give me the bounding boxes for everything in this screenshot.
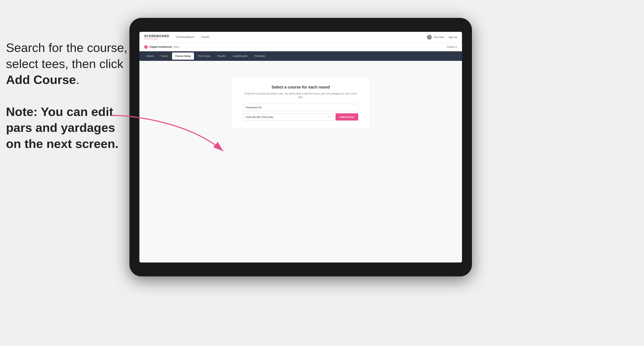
user-name: Test User [434, 36, 444, 39]
annotation-period: . [76, 73, 79, 86]
tournament-header: C Clippd Invitational (Men) Cancel ✕ [140, 42, 462, 51]
tournament-icon: C [144, 45, 148, 49]
logo-text: SCOREBOARD [144, 34, 169, 38]
tab-printables[interactable]: Printables [251, 52, 268, 60]
tab-course-setup[interactable]: Course Setup [172, 52, 194, 60]
tee-select-wrapper: Gold (M) (M) (7010 yds) ✕ ⌃ [243, 113, 334, 121]
cancel-icon: ✕ [455, 45, 457, 48]
nav-separator: | [446, 36, 446, 39]
nav-teams[interactable]: TEAMS [201, 36, 210, 39]
main-content: Select a course for each round Search fo… [140, 61, 462, 262]
annotation-area: Search for the course, select tees, then… [6, 40, 130, 152]
add-course-button[interactable]: Add Course [336, 113, 358, 121]
course-setup-card: Select a course for each round Search fo… [231, 77, 370, 129]
top-nav-left: SCOREBOARD Powered by clippd TOURNAMENTS… [144, 34, 210, 40]
annotation-add-course-strong: Add Course [6, 73, 76, 86]
tournament-sub: (Men) [174, 45, 180, 48]
cancel-label: Cancel [447, 45, 454, 48]
tablet-device: SCOREBOARD Powered by clippd TOURNAMENTS… [130, 18, 472, 276]
course-search-input[interactable] [243, 104, 358, 111]
annotation-note: Note: You can edit pars and yardages on … [6, 104, 130, 152]
nav-tournaments[interactable]: TOURNAMENTS [176, 36, 195, 39]
top-nav-right: T Test User | Sign out [427, 35, 457, 40]
tee-select-icons: ✕ ⌃ [328, 116, 332, 118]
sign-out-link[interactable]: Sign out [448, 36, 457, 39]
tab-details[interactable]: Details [144, 52, 157, 60]
tee-select-row: Gold (M) (M) (7010 yds) ✕ ⌃ Add Course [243, 113, 358, 121]
annotation-search-text: Search for the course, select tees, then… [6, 40, 130, 88]
tee-chevron-icon[interactable]: ⌃ [331, 116, 332, 118]
tournament-name: Clippd Invitational [149, 45, 172, 48]
tab-teams[interactable]: Teams [158, 52, 171, 60]
tee-select-text: Gold (M) (M) (7010 yds) [246, 116, 274, 119]
tabs-bar: Details Teams Course Setup Tee Groups Re… [140, 51, 462, 61]
card-description: Search for a course and select a tee. Yo… [243, 92, 358, 99]
user-avatar: T [427, 35, 432, 40]
cancel-button[interactable]: Cancel ✕ [447, 45, 457, 48]
tab-tee-groups[interactable]: Tee Groups [195, 52, 214, 60]
tab-leaderboards[interactable]: Leaderboards [230, 52, 250, 60]
tab-results[interactable]: Results [214, 52, 228, 60]
tee-select-display[interactable]: Gold (M) (M) (7010 yds) [243, 113, 334, 121]
top-nav: SCOREBOARD Powered by clippd TOURNAMENTS… [140, 32, 462, 42]
logo-area: SCOREBOARD Powered by clippd [144, 34, 169, 40]
tee-clear-icon[interactable]: ✕ [328, 116, 330, 118]
tablet-screen: SCOREBOARD Powered by clippd TOURNAMENTS… [140, 32, 462, 262]
logo-sub: Powered by clippd [144, 38, 169, 40]
card-title: Select a course for each round [243, 85, 358, 89]
tournament-title-area: C Clippd Invitational (Men) [144, 45, 180, 49]
